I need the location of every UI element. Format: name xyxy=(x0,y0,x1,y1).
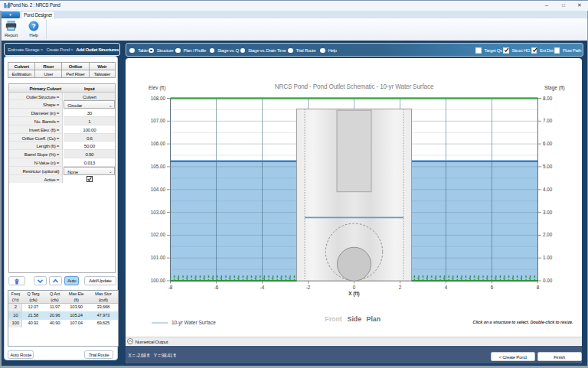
svg-text:4: 4 xyxy=(444,284,447,289)
svg-text:4.00: 4.00 xyxy=(542,186,552,191)
svg-text:Plan: Plan xyxy=(366,314,381,322)
svg-text:100.00: 100.00 xyxy=(150,278,165,283)
svg-text:105.00: 105.00 xyxy=(150,163,165,168)
svg-text:-2: -2 xyxy=(305,284,310,289)
svg-text:6.00: 6.00 xyxy=(542,141,552,146)
svg-text:7.00: 7.00 xyxy=(542,118,552,123)
svg-text:106.00: 106.00 xyxy=(150,141,165,146)
svg-text:NRCS Pond - Pond Outlet Schema: NRCS Pond - Pond Outlet Schematic - 10-y… xyxy=(274,83,433,90)
svg-text:8: 8 xyxy=(536,284,539,289)
svg-text:Stage (ft): Stage (ft) xyxy=(544,85,564,91)
svg-text:-4: -4 xyxy=(260,284,264,289)
svg-text:-8: -8 xyxy=(168,284,172,289)
svg-text:-6: -6 xyxy=(214,284,218,289)
svg-text:Front: Front xyxy=(325,314,342,322)
svg-text:2: 2 xyxy=(398,284,401,289)
svg-text:102.00: 102.00 xyxy=(150,232,165,237)
svg-text:103.00: 103.00 xyxy=(150,209,165,214)
svg-text:107.00: 107.00 xyxy=(150,118,165,123)
svg-text:Side: Side xyxy=(347,314,361,322)
svg-text:2.00: 2.00 xyxy=(542,232,552,237)
svg-text:10-yr Water Surface: 10-yr Water Surface xyxy=(172,320,216,326)
svg-text:Elev (ft): Elev (ft) xyxy=(149,85,165,91)
svg-text:101.00: 101.00 xyxy=(150,255,165,260)
svg-text:108.00: 108.00 xyxy=(150,95,165,100)
svg-text:104.00: 104.00 xyxy=(150,186,165,191)
svg-text:8.00: 8.00 xyxy=(542,95,552,100)
svg-text:6: 6 xyxy=(490,284,493,289)
svg-text:0.00: 0.00 xyxy=(542,278,552,283)
svg-text:X (ft): X (ft) xyxy=(348,291,359,297)
svg-text:3.00: 3.00 xyxy=(542,209,552,214)
svg-text:5.00: 5.00 xyxy=(542,163,552,168)
svg-text:0: 0 xyxy=(352,284,355,289)
svg-text:Click on a structure to select: Click on a structure to select. Double-c… xyxy=(472,319,573,324)
svg-text:1.00: 1.00 xyxy=(542,255,552,260)
svg-text:?: ? xyxy=(31,22,36,30)
